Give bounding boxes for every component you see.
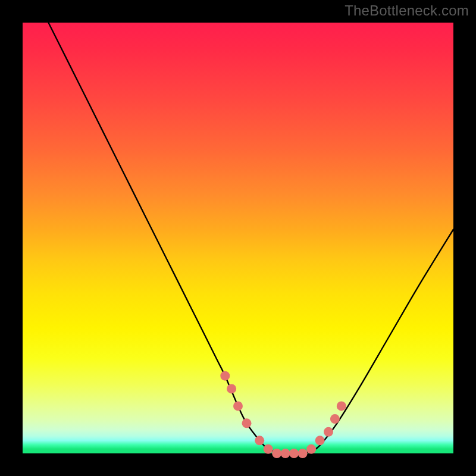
chart-frame: TheBottleneck.com [0, 0, 476, 476]
plot-area [23, 23, 453, 453]
sample-dot [315, 436, 325, 445]
sample-dot [220, 371, 230, 381]
sample-dot [337, 401, 346, 411]
sample-dot [272, 449, 281, 458]
curve-layer [23, 23, 453, 453]
sample-dot [233, 401, 243, 411]
watermark-text: TheBottleneck.com [345, 2, 469, 19]
sample-dot [264, 444, 273, 454]
sample-dot [324, 427, 333, 437]
sample-dot [281, 449, 290, 458]
sample-dot [255, 436, 264, 445]
sample-dot [242, 418, 252, 428]
sample-dots-group [220, 371, 346, 458]
sample-dot [227, 384, 236, 393]
bottleneck-curve [48, 23, 453, 454]
sample-dot [306, 444, 316, 454]
sample-dot [289, 449, 299, 458]
sample-dot [330, 414, 340, 424]
sample-dot [298, 449, 308, 458]
